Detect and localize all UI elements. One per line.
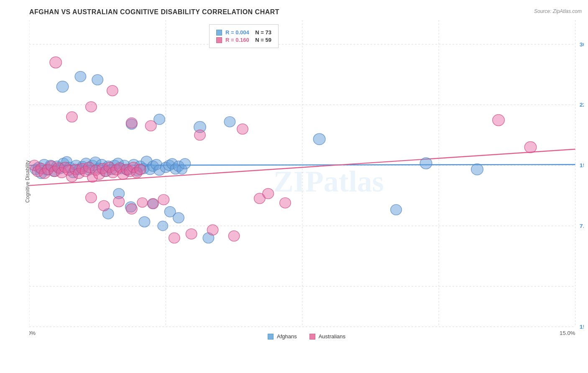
legend-row-afghans: R = 0.004 N = 73 (216, 29, 271, 36)
chart-area: Cognitive Disability R = 0.004 N = 73 R … (29, 20, 584, 343)
svg-point-67 (179, 158, 191, 169)
svg-point-121 (107, 85, 118, 96)
svg-point-118 (50, 57, 62, 68)
svg-point-126 (493, 115, 505, 126)
svg-point-123 (145, 120, 156, 131)
legend-row-australians: R = 0.160 N = 59 (216, 37, 271, 43)
bottom-legend: Afghans Australians (268, 333, 345, 340)
afghans-r-value: R = 0.004 (225, 29, 249, 36)
svg-point-140 (263, 188, 274, 199)
svg-text:15.0%: 15.0% (580, 162, 584, 169)
svg-text:15.0%: 15.0% (560, 330, 575, 336)
svg-point-74 (224, 117, 235, 127)
svg-point-83 (173, 212, 184, 223)
svg-point-124 (194, 130, 206, 140)
svg-text:0.0%: 0.0% (29, 330, 36, 336)
svg-point-60 (158, 221, 168, 231)
scatter-chart: 30.0% 22.5% 15.0% 7.5% 15.0% 0.0% 15.0% (29, 20, 584, 343)
australians-r-value: R = 0.160 (225, 37, 249, 43)
svg-point-129 (98, 200, 110, 211)
afghans-legend-square (216, 30, 222, 36)
svg-text:30.0%: 30.0% (580, 41, 584, 48)
legend-box: R = 0.004 N = 73 R = 0.160 N = 59 (209, 24, 279, 48)
y-axis-label: Cognitive Disability (25, 160, 31, 202)
australians-legend-text: R = 0.160 N = 59 (225, 37, 271, 43)
svg-point-134 (158, 194, 169, 205)
svg-point-117 (135, 164, 146, 175)
australians-bottom-label: Australians (319, 333, 345, 340)
svg-point-75 (313, 133, 325, 145)
svg-point-130 (113, 197, 125, 207)
svg-point-70 (92, 74, 103, 85)
australians-bottom-square (309, 334, 315, 340)
australians-n-value: N = 59 (255, 37, 271, 43)
svg-point-128 (86, 192, 97, 203)
svg-text:22.5%: 22.5% (580, 102, 584, 108)
svg-point-122 (126, 118, 138, 128)
svg-point-120 (86, 102, 97, 112)
chart-container: AFGHAN VS AUSTRALIAN COGNITIVE DISABILIT… (0, 0, 588, 373)
svg-point-132 (137, 198, 147, 207)
svg-point-77 (471, 164, 483, 175)
svg-point-69 (75, 72, 86, 82)
svg-point-141 (280, 198, 291, 208)
svg-point-131 (126, 204, 138, 214)
australians-bottom-legend: Australians (309, 333, 345, 340)
svg-text:15.0%: 15.0% (580, 324, 584, 330)
afghans-bottom-legend: Afghans (268, 333, 297, 340)
afghans-legend-text: R = 0.004 N = 73 (225, 29, 271, 36)
svg-point-138 (228, 231, 240, 241)
australians-legend-square (216, 37, 222, 43)
svg-point-76 (420, 158, 432, 169)
chart-title: AFGHAN VS AUSTRALIAN COGNITIVE DISABILIT… (29, 8, 584, 16)
svg-point-136 (186, 229, 197, 239)
afghans-n-value: N = 73 (255, 29, 271, 36)
svg-point-127 (524, 141, 537, 153)
afghans-bottom-square (268, 334, 274, 340)
svg-point-85 (391, 204, 402, 215)
svg-point-68 (56, 81, 69, 92)
svg-point-137 (207, 225, 218, 235)
svg-point-119 (66, 112, 78, 122)
svg-point-135 (169, 233, 180, 243)
svg-point-133 (148, 199, 159, 209)
svg-point-80 (139, 217, 150, 227)
source-label: Source: ZipAtlas.com (534, 8, 582, 14)
afghans-bottom-label: Afghans (277, 333, 297, 340)
svg-point-125 (237, 124, 248, 134)
svg-text:7.5%: 7.5% (580, 222, 584, 229)
